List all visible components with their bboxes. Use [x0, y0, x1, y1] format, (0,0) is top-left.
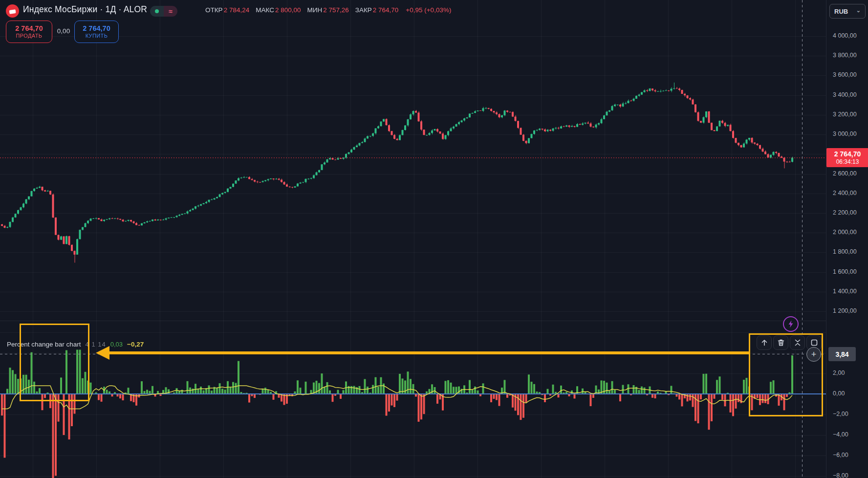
bar-countdown: 06:34:13 [836, 158, 859, 165]
axis-tick: −2,00 [826, 411, 868, 417]
spread-value: 0,00 [54, 27, 73, 35]
open-label: ОТКР [205, 6, 223, 14]
axis-tick: 2,00 [826, 369, 868, 376]
low-value: 2 757,26 [323, 6, 349, 14]
axis-tick: 1 800,00 [826, 248, 868, 255]
symbol-title[interactable]: Индекс МосБиржи · 1Д · ALOR [23, 4, 147, 15]
lightning-icon [787, 320, 794, 328]
axis-tick: 1 600,00 [826, 268, 868, 275]
change-value: +0,95 (+0,03%) [406, 6, 451, 14]
axis-tick: 0,00 [826, 390, 868, 397]
indicator-value-green: 0,03 [110, 341, 123, 348]
close-value: 2 764,70 [373, 6, 399, 14]
crosshair-value-label: 3,84 [828, 347, 856, 361]
buy-button[interactable]: 2 764,70 КУПИТЬ [74, 21, 119, 43]
axis-tick: 2 200,00 [826, 209, 868, 216]
highlight-rectangle-right[interactable] [749, 333, 823, 416]
axis-tick: −4,00 [826, 431, 868, 438]
currency-selector[interactable]: RUB ⌄ [829, 4, 866, 19]
annotation-arrow-head-icon[interactable] [96, 346, 109, 360]
low-label: МИН [307, 6, 322, 14]
axis-tick: 3 200,00 [826, 111, 868, 118]
market-status-toggle[interactable]: ≈ [150, 6, 177, 17]
sell-label: ПРОДАТЬ [16, 33, 43, 40]
last-price-label: 2 764,70 06:34:13 [826, 148, 868, 167]
axis-tick: −6,00 [826, 452, 868, 458]
axis-tick: 1 400,00 [826, 288, 868, 295]
sell-button[interactable]: 2 764,70 ПРОДАТЬ [6, 21, 52, 43]
market-open-dot-icon [150, 6, 164, 17]
axis-tick: 3 000,00 [826, 130, 868, 137]
high-value: 2 800,00 [275, 6, 301, 14]
buy-price: 2 764,70 [83, 24, 110, 33]
chart-window: Индекс МосБиржи · 1Д · ALOR ≈ ОТКР2 784,… [0, 0, 868, 478]
buy-label: КУПИТЬ [86, 33, 108, 40]
ohlc-row: ОТКР2 784,24 МАКС2 800,00 МИН2 757,26 ЗА… [205, 6, 451, 14]
axis-tick: 3 400,00 [826, 91, 868, 98]
axis-tick: 3 600,00 [826, 71, 868, 78]
high-label: МАКС [256, 6, 274, 14]
highlight-rectangle-left[interactable] [20, 324, 89, 401]
sell-price: 2 764,70 [15, 24, 43, 33]
quick-action-button[interactable] [783, 316, 799, 332]
axis-tick: 4 000,00 [826, 32, 868, 39]
chart-canvas[interactable] [0, 0, 868, 478]
axis-tick: 3 800,00 [826, 52, 868, 59]
approx-price-icon: ≈ [164, 6, 177, 17]
open-value: 2 784,24 [224, 6, 250, 14]
axis-tick: −8,00 [826, 472, 868, 478]
last-price-value: 2 764,70 [834, 150, 861, 158]
broker-logo-icon [6, 4, 19, 18]
axis-tick: 2 600,00 [826, 170, 868, 177]
axis-tick: 2 000,00 [826, 229, 868, 236]
currency-label: RUB [834, 8, 848, 15]
chevron-down-icon: ⌄ [856, 7, 861, 14]
annotation-arrow-shaft[interactable] [108, 351, 749, 354]
indicator-value-yellow: −0,27 [127, 341, 144, 348]
price-axis[interactable]: 4 000,003 800,003 600,003 400,003 200,00… [826, 0, 868, 478]
close-label: ЗАКР [355, 6, 372, 14]
axis-tick: 2 400,00 [826, 190, 868, 196]
axis-tick: 1 200,00 [826, 307, 868, 314]
